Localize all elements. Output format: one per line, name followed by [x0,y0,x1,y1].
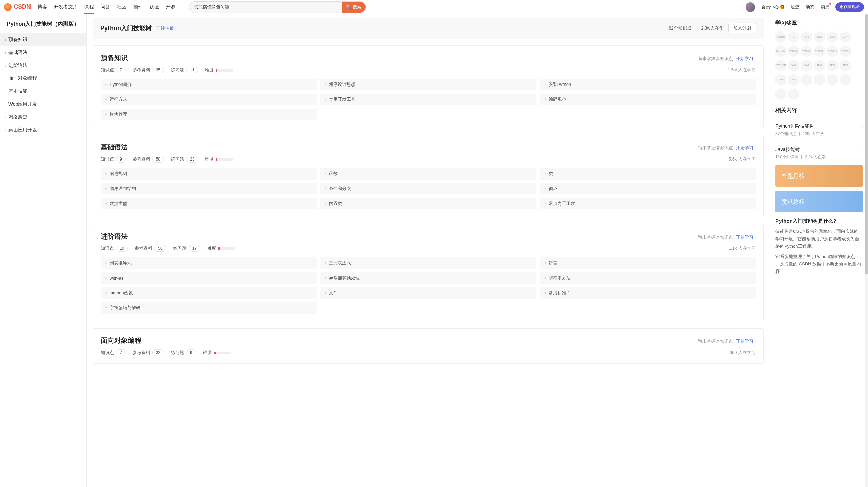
topic-label: 缩进规则 [110,171,127,177]
logo[interactable]: CSDN [4,3,31,11]
badge-hex-icon[interactable]: JAVA [814,59,825,72]
topic-cell[interactable]: 缩进规则 [101,168,317,180]
hero-kp-count: 62个知识点 [669,25,691,31]
related-item-0[interactable]: Python进阶技能树37个知识点 丨 1295人在学› [775,118,863,142]
nav-link-3[interactable]: 问答 [101,1,110,14]
sidebar-item-7[interactable]: ›桌面应用开发 [0,124,86,136]
sidebar-item-5[interactable]: ›Web应用开发 [0,98,86,111]
topic-cell[interactable]: 文件 [320,287,536,299]
badge-hex-icon[interactable] [814,74,825,86]
badge-hex-icon[interactable]: PYTHON [788,45,799,57]
topic-cell[interactable]: 断言 [540,257,756,269]
sidebar-item-1[interactable]: ›基础语法 [0,46,86,59]
join-plan-button[interactable]: 加入计划 [728,23,756,33]
badge-hex-icon[interactable]: PYTHON [801,45,812,57]
sidebar-item-3[interactable]: ›面向对象编程 [0,72,86,85]
badge-hex-icon[interactable]: JAVA [775,74,786,86]
topic-cell[interactable]: lambda函数 [101,287,317,299]
badge-hex-icon[interactable] [801,74,812,86]
badge-hex-icon[interactable] [840,74,851,86]
topic-cell[interactable]: 安装Python [540,79,756,90]
topic-cell[interactable]: 列表推导式 [101,257,317,269]
avatar[interactable] [746,2,755,12]
badge-hex-icon[interactable]: PYTHON [775,59,786,72]
sidebar-item-4[interactable]: ›基本技能 [0,85,86,98]
topic-cell[interactable]: 常用开发工具 [320,94,536,105]
related-item-1[interactable]: Java技能树110个知识点 丨 2.2w人在学› [775,142,863,165]
badge-hex-icon[interactable]: PYTHON [827,45,838,57]
footprint-link[interactable]: 足迹 [791,4,800,10]
nav-link-1[interactable]: 开发者文库 [54,1,78,14]
sidebar-item-label: 基础语法 [8,50,27,56]
search-input[interactable] [189,2,342,13]
badge-hex-icon[interactable]: 算法 [801,31,812,43]
badge-hex-icon[interactable]: Java [814,31,825,43]
activity-link[interactable]: 动态 [806,4,814,10]
topic-grid: 缩进规则函数类顺序语句结构条件和分支循环数据类型内置类常用内置函数 [101,168,756,209]
message-link[interactable]: 消息 [821,4,829,10]
start-learn-link[interactable]: 开始学习 › [736,234,756,240]
badge-hex-icon[interactable]: JAVA [840,59,851,72]
topic-cell[interactable]: 常用内置函数 [540,198,756,209]
sidebar-item-label: 桌面应用开发 [8,127,37,133]
topic-cell[interactable]: 字符串方法 [540,272,756,284]
scrollbar-thumb[interactable] [865,14,868,274]
badge-hex-icon[interactable] [788,88,799,100]
nav-link-2[interactable]: 课程 [84,1,94,14]
start-learn-link[interactable]: 开始学习 › [736,56,756,62]
start-learn-link[interactable]: 开始学习 › [736,338,756,344]
nav-link-4[interactable]: 社区 [117,1,126,14]
start-learn-link[interactable]: 开始学习 › [736,145,756,151]
topic-cell[interactable]: 顺序语句结构 [101,183,317,194]
topic-cell[interactable]: 循环 [540,183,756,194]
badge-hex-icon[interactable]: PYTHON [814,45,825,57]
topic-label: 断言 [549,260,557,266]
topic-cell[interactable]: 模块管理 [101,109,317,120]
badge-hex-icon[interactable]: JAVA [801,59,812,72]
topic-cell[interactable]: 常用标准库 [540,287,756,299]
answer-rank-banner[interactable]: 答题月榜 [775,165,863,187]
badge-hex-icon[interactable]: 工具 [840,31,851,43]
topic-cell[interactable]: Python简介 [101,79,317,90]
nav-link-7[interactable]: 开源 [166,1,175,14]
nav-link-5[interactable]: 插件 [133,1,143,14]
sidebar-title: Python入门技能树（内测版） [0,19,86,33]
top-header: CSDN 博客开发者文库课程问答社区插件认证开源 🔍 搜索 会员中心 🎁 足迹 … [0,0,868,14]
topic-cell[interactable]: 类 [540,168,756,180]
topic-cell[interactable]: with-as [101,272,317,284]
sidebar-item-2[interactable]: ›进阶语法 [0,59,86,72]
nav-link-0[interactable]: 博客 [38,1,47,14]
topic-cell[interactable]: 异常捕获预处理 [320,272,536,284]
create-pill-button[interactable]: 创作赢现金 [835,2,864,12]
diff-label: 难度 [207,246,216,251]
badge-hex-icon[interactable]: JAVA [827,59,838,72]
sidebar-item-6[interactable]: ›网络爬虫 [0,111,86,124]
search-button[interactable]: 🔍 搜索 [342,2,366,13]
scrollbar[interactable] [865,14,868,487]
ex-label: 练习题 [171,156,184,162]
nav-link-6[interactable]: 认证 [150,1,159,14]
topic-label: 顺序语句结构 [110,186,136,192]
badge-hex-icon[interactable]: C [788,31,799,43]
badge-hex-icon[interactable]: JAVA [788,59,799,72]
topic-cell[interactable]: 条件和分支 [320,183,536,194]
badge-hex-icon[interactable]: PYTHON [840,45,851,57]
contrib-rank-banner[interactable]: 贡献总榜 [775,191,863,212]
cert-link[interactable]: 前往认证 › [156,25,176,31]
topic-cell[interactable]: 编码规范 [540,94,756,105]
badge-hex-icon[interactable] [775,88,786,100]
topic-cell[interactable]: 数据类型 [101,198,317,209]
badge-hex-icon[interactable]: OpenCV [775,45,786,57]
topic-cell[interactable]: 三元表达式 [320,257,536,269]
badge-hex-icon[interactable] [827,74,838,86]
topic-cell[interactable]: 程序设计思想 [320,79,536,90]
badge-hex-icon[interactable]: Python [775,31,786,43]
topic-cell[interactable]: 函数 [320,168,536,180]
member-link[interactable]: 会员中心 🎁 [761,4,785,10]
badge-hex-icon[interactable]: 前端 [827,31,838,43]
sidebar-item-0[interactable]: ›预备知识 [0,33,86,46]
topic-cell[interactable]: 运行方式 [101,94,317,105]
topic-cell[interactable]: 字符编码与解码 [101,302,317,314]
topic-cell[interactable]: 内置类 [320,198,536,209]
badge-hex-icon[interactable]: JAVA [788,74,799,86]
